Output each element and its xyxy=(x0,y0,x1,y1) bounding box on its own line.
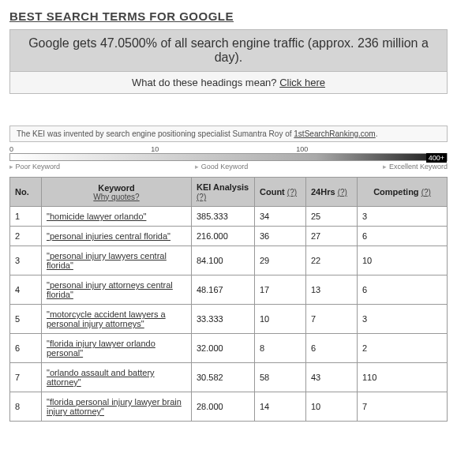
scale-gradient-bar: 400+ xyxy=(9,153,448,161)
scale-label-poor: Poor Keyword xyxy=(9,163,60,171)
cell-keyword: "orlando assault and battery attorney" xyxy=(42,363,192,392)
cell-no: 8 xyxy=(10,392,42,422)
keyword-link[interactable]: "personal injury attorneys central flori… xyxy=(47,280,173,299)
cell-keyword: "homicide lawyer orlando" xyxy=(42,207,192,227)
cell-keyword: "personal injuries central florida" xyxy=(42,227,192,246)
competing-help-link[interactable]: (?) xyxy=(421,188,431,197)
cell-count: 29 xyxy=(255,246,306,275)
cell-kei: 385.333 xyxy=(192,207,255,227)
col-header-kei: KEI Analysis (?) xyxy=(192,178,255,207)
cell-no: 4 xyxy=(10,275,42,305)
headings-help: What do these headings mean? Click here xyxy=(10,72,447,93)
cell-count: 14 xyxy=(255,392,306,422)
table-row: 4"personal injury attorneys central flor… xyxy=(10,275,448,305)
cell-no: 3 xyxy=(10,246,42,275)
cell-24hrs: 7 xyxy=(306,305,358,334)
cell-count: 8 xyxy=(255,334,306,363)
cell-no: 7 xyxy=(10,363,42,392)
cell-no: 6 xyxy=(10,334,42,363)
cell-competing: 10 xyxy=(358,246,448,275)
cell-24hrs: 22 xyxy=(306,246,358,275)
cell-keyword: "florida injury lawyer orlando personal" xyxy=(42,334,192,363)
table-row: 7"orlando assault and battery attorney"3… xyxy=(10,363,448,392)
scale-tick-10: 10 xyxy=(151,145,159,153)
col-header-keyword-label: Keyword xyxy=(98,183,134,193)
why-quotes-link[interactable]: Why quotes? xyxy=(47,193,186,201)
kei-credit-note: The KEI was invented by search engine po… xyxy=(9,126,448,142)
traffic-banner-main: Google gets 47.0500% of all search engin… xyxy=(10,30,447,72)
cell-24hrs: 25 xyxy=(306,207,358,227)
cell-competing: 6 xyxy=(358,227,448,246)
kei-help-link[interactable]: (?) xyxy=(197,193,206,201)
scale-label-good: Good Keyword xyxy=(195,163,248,171)
keyword-link[interactable]: "motorcycle accident lawyers a personal … xyxy=(47,309,166,328)
cell-kei: 30.582 xyxy=(192,363,255,392)
col-header-24hrs: 24Hrs (?) xyxy=(306,178,358,207)
cell-kei: 48.167 xyxy=(192,275,255,305)
cell-count: 36 xyxy=(255,227,306,246)
cell-count: 10 xyxy=(255,305,306,334)
cell-kei: 28.000 xyxy=(192,392,255,422)
cell-count: 17 xyxy=(255,275,306,305)
cell-competing: 110 xyxy=(358,363,448,392)
cell-keyword: "motorcycle accident lawyers a personal … xyxy=(42,305,192,334)
cell-24hrs: 6 xyxy=(306,334,358,363)
col-header-competing-label: Competing xyxy=(373,187,418,197)
table-row: 6"florida injury lawyer orlando personal… xyxy=(10,334,448,363)
cell-no: 5 xyxy=(10,305,42,334)
keyword-link[interactable]: "florida personal injury lawyer brain in… xyxy=(47,397,182,416)
scale-tick-0: 0 xyxy=(9,145,13,153)
kei-credit-link[interactable]: 1stSearchRanking.com xyxy=(294,129,375,138)
cell-competing: 2 xyxy=(358,334,448,363)
col-header-keyword: Keyword Why quotes? xyxy=(42,178,192,207)
headings-help-text: What do these headings mean? xyxy=(132,77,279,88)
cell-no: 1 xyxy=(10,207,42,227)
table-row: 1"homicide lawyer orlando"385.33334253 xyxy=(10,207,448,227)
table-row: 8"florida personal injury lawyer brain i… xyxy=(10,392,448,422)
table-row: 2"personal injuries central florida"216.… xyxy=(10,227,448,246)
cell-kei: 216.000 xyxy=(192,227,255,246)
table-row: 3"personal injury lawyers central florid… xyxy=(10,246,448,275)
cell-keyword: "florida personal injury lawyer brain in… xyxy=(42,392,192,422)
col-header-kei-label: KEI Analysis xyxy=(197,182,249,192)
cell-kei: 33.333 xyxy=(192,305,255,334)
keywords-table: No. Keyword Why quotes? KEI Analysis (?)… xyxy=(9,177,448,422)
cell-24hrs: 13 xyxy=(306,275,358,305)
keyword-link[interactable]: "homicide lawyer orlando" xyxy=(47,212,146,221)
col-header-competing: Competing (?) xyxy=(358,178,448,207)
hrs-help-link[interactable]: (?) xyxy=(338,188,347,197)
cell-competing: 6 xyxy=(358,275,448,305)
col-header-no: No. xyxy=(10,178,42,207)
keyword-link[interactable]: "personal injuries central florida" xyxy=(47,231,170,241)
headings-help-link[interactable]: Click here xyxy=(279,77,325,88)
col-header-count-label: Count xyxy=(260,187,285,197)
cell-count: 58 xyxy=(255,363,306,392)
count-help-link[interactable]: (?) xyxy=(287,188,297,197)
cell-competing: 3 xyxy=(358,305,448,334)
table-header-row: No. Keyword Why quotes? KEI Analysis (?)… xyxy=(10,178,448,207)
keyword-link[interactable]: "orlando assault and battery attorney" xyxy=(47,368,155,387)
table-row: 5"motorcycle accident lawyers a personal… xyxy=(10,305,448,334)
cell-kei: 32.000 xyxy=(192,334,255,363)
traffic-banner: Google gets 47.0500% of all search engin… xyxy=(9,29,448,94)
page-title: BEST SEARCH TERMS FOR GOOGLE xyxy=(9,9,448,23)
cell-24hrs: 10 xyxy=(306,392,358,422)
scale-tick-100: 100 xyxy=(296,145,308,153)
cell-keyword: "personal injury lawyers central florida… xyxy=(42,246,192,275)
cell-competing: 3 xyxy=(358,207,448,227)
cell-no: 2 xyxy=(10,227,42,246)
col-header-count: Count (?) xyxy=(255,178,306,207)
keyword-link[interactable]: "personal injury lawyers central florida… xyxy=(47,251,167,270)
cell-competing: 7 xyxy=(358,392,448,422)
kei-scale: 0 10 100 . 400+ Poor Keyword Good Keywor… xyxy=(9,145,448,171)
cell-24hrs: 43 xyxy=(306,363,358,392)
scale-label-excellent: Excellent Keyword xyxy=(383,163,448,171)
keyword-link[interactable]: "florida injury lawyer orlando personal" xyxy=(47,339,155,358)
kei-credit-text: The KEI was invented by search engine po… xyxy=(17,129,294,138)
kei-credit-suffix: . xyxy=(376,129,378,138)
col-header-24hrs-label: 24Hrs xyxy=(311,187,335,197)
cell-kei: 84.100 xyxy=(192,246,255,275)
cell-24hrs: 27 xyxy=(306,227,358,246)
cell-count: 34 xyxy=(255,207,306,227)
cell-keyword: "personal injury attorneys central flori… xyxy=(42,275,192,305)
